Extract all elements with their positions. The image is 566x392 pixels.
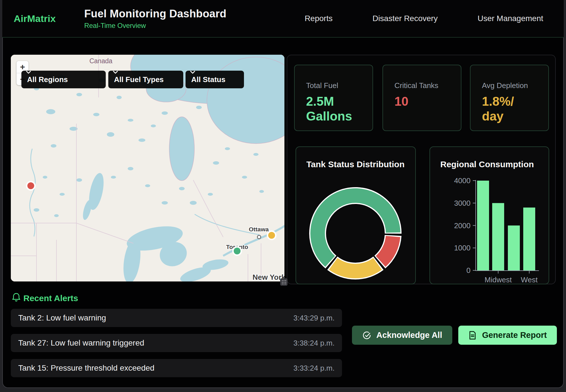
dashboard-panel: Total Fuel 2.5M Gallons Critical Tanks 1… (287, 55, 556, 284)
alert-row: Tank 27: Low fuel warning triggered 3:38… (11, 334, 342, 352)
brand-logo: AirMatrix (14, 13, 56, 24)
tank-marker-healthy[interactable] (232, 246, 242, 256)
fuel-type-filter-value: All Fuel Types (114, 75, 164, 84)
map-label-country: Canada (89, 57, 113, 65)
regional-consumption-panel: Regional Consumption 01000200030004000Mi… (429, 146, 549, 284)
region-filter-value: All Regions (27, 75, 68, 84)
acknowledge-all-label: Acknowledge All (376, 330, 442, 340)
svg-text:0: 0 (467, 266, 471, 275)
alert-time: 3:43:29 p.m. (293, 314, 335, 322)
title-block: Fuel Monitoring Dashboard Real-Time Over… (84, 8, 226, 30)
map-label-ottawa: Ottawa (249, 226, 269, 232)
svg-text:4000: 4000 (454, 176, 471, 185)
stat-label: Total Fuel (306, 81, 372, 90)
fuel-type-filter-select[interactable]: All Fuel Types (108, 71, 183, 88)
stat-value: 1.8%/ day (482, 94, 548, 124)
page-title: Fuel Monitoring Dashboard (84, 8, 226, 20)
map-tiles: Canada Ottawa Toronto New York (11, 55, 284, 281)
tank-marker-critical[interactable] (26, 181, 36, 191)
map-label-new-york: New York (253, 273, 284, 281)
main-nav: Reports Disaster Recovery User Managemen… (305, 14, 543, 23)
svg-text:2000: 2000 (454, 221, 471, 230)
bar-chart: 01000200030004000MidwestWest (430, 147, 549, 284)
document-icon (468, 331, 477, 340)
generate-report-button[interactable]: Generate Report (458, 326, 557, 345)
alerts-section-title: Recent Alerts (23, 293, 78, 303)
stat-value: 10 (394, 94, 461, 109)
status-filter-value: All Status (191, 75, 225, 84)
map-resize-handle[interactable] (280, 278, 288, 286)
map-canvas[interactable]: Canada Ottawa Toronto New York + − All R… (11, 55, 284, 281)
tank-status-panel: Tank Status Distribution (296, 146, 416, 284)
chevron-down-icon (113, 71, 118, 74)
page-subtitle: Real-Time Overview (84, 22, 226, 30)
header: AirMatrix Fuel Monitoring Dashboard Real… (2, 0, 564, 38)
check-circle-icon (362, 331, 371, 340)
stat-card-avg-depletion: Avg Depletion 1.8%/ day (470, 65, 549, 131)
alert-message: Tank 27: Low fuel warning triggered (18, 338, 144, 348)
alert-message: Tank 15: Pressure threshold exceeded (18, 364, 154, 373)
region-filter-select[interactable]: All Regions (21, 71, 106, 88)
stat-card-total-fuel: Total Fuel 2.5M Gallons (294, 65, 373, 131)
stat-label: Critical Tanks (394, 81, 461, 90)
alert-row: Tank 15: Pressure threshold exceeded 3:3… (11, 359, 342, 377)
status-filter-select[interactable]: All Status (186, 71, 244, 88)
alert-row: Tank 2: Low fuel warning 3:43:29 p.m. (11, 309, 342, 327)
nav-reports[interactable]: Reports (305, 14, 333, 23)
alert-time: 3:33:24 p.m. (293, 364, 335, 373)
donut-chart (296, 147, 415, 284)
stat-card-critical-tanks: Critical Tanks 10 (382, 65, 461, 131)
bell-icon (11, 292, 21, 303)
nav-disaster-recovery[interactable]: Disaster Recovery (372, 14, 438, 23)
svg-text:Midwest: Midwest (484, 275, 512, 284)
svg-text:3000: 3000 (454, 199, 471, 207)
acknowledge-all-button[interactable]: Acknowledge All (352, 326, 452, 345)
alert-time: 3:38:24 p.m. (293, 339, 335, 348)
svg-text:West: West (521, 275, 538, 284)
nav-user-management[interactable]: User Management (478, 14, 543, 23)
town-dot-icon (257, 235, 261, 239)
chevron-down-icon (26, 71, 31, 74)
tank-marker-warning[interactable] (267, 230, 276, 240)
stat-value: 2.5M Gallons (306, 94, 372, 124)
stat-label: Avg Depletion (482, 81, 548, 90)
alert-message: Tank 2: Low fuel warning (18, 313, 106, 322)
chevron-down-icon (190, 71, 195, 74)
generate-report-label: Generate Report (482, 330, 547, 340)
svg-text:1000: 1000 (454, 244, 471, 252)
